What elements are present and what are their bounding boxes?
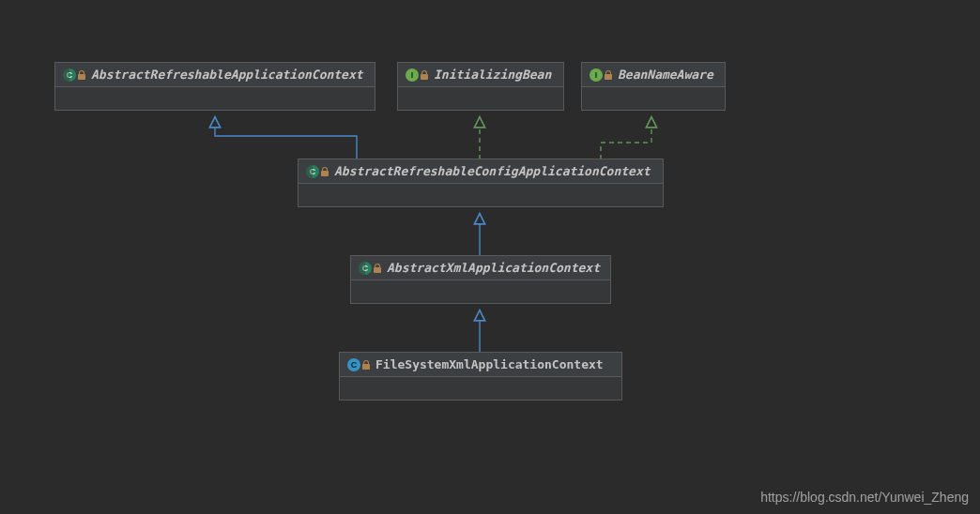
class-name: InitializingBean — [434, 68, 551, 82]
class-node-abstract-xml-application-context[interactable]: C AbstractXmlApplicationContext — [350, 255, 611, 304]
node-header: C FileSystemXmlApplicationContext — [340, 353, 621, 377]
node-body — [340, 377, 621, 400]
node-body — [398, 87, 563, 110]
node-body — [55, 87, 375, 110]
node-header: I InitializingBean — [398, 63, 563, 87]
class-name: AbstractRefreshableApplicationContext — [91, 68, 363, 82]
node-body — [582, 87, 725, 110]
abstract-class-icon: C — [306, 165, 319, 178]
class-name: FileSystemXmlApplicationContext — [375, 357, 604, 371]
class-node-file-system-xml-application-context[interactable]: C FileSystemXmlApplicationContext — [339, 352, 622, 401]
class-name: AbstractXmlApplicationContext — [387, 261, 600, 275]
edge-n4-n1 — [215, 118, 357, 159]
interface-node-initializing-bean[interactable]: I InitializingBean — [397, 62, 564, 111]
interface-node-bean-name-aware[interactable]: I BeanNameAware — [581, 62, 726, 111]
class-icon: C — [347, 358, 360, 371]
node-header: C AbstractRefreshableConfigApplicationCo… — [299, 159, 663, 184]
node-body — [351, 280, 610, 303]
class-name: AbstractRefreshableConfigApplicationCont… — [334, 164, 651, 178]
interface-icon: I — [406, 68, 419, 82]
lock-icon — [421, 70, 428, 80]
lock-icon — [78, 70, 85, 80]
lock-icon — [321, 167, 329, 176]
class-node-abstract-refreshable-config-application-context[interactable]: C AbstractRefreshableConfigApplicationCo… — [298, 159, 664, 207]
abstract-class-icon: C — [359, 262, 372, 275]
class-name: BeanNameAware — [618, 68, 713, 82]
interface-icon: I — [590, 68, 603, 82]
node-header: C AbstractXmlApplicationContext — [351, 256, 610, 280]
watermark-text: https://blog.csdn.net/Yunwei_Zheng — [760, 490, 969, 505]
edge-n4-n3 — [601, 118, 651, 159]
abstract-class-icon: C — [63, 68, 76, 82]
node-header: I BeanNameAware — [582, 63, 725, 87]
class-node-abstract-refreshable-application-context[interactable]: C AbstractRefreshableApplicationContext — [54, 62, 375, 111]
lock-icon — [374, 264, 381, 273]
lock-icon — [605, 70, 612, 80]
node-body — [299, 184, 663, 206]
lock-icon — [362, 360, 370, 370]
node-header: C AbstractRefreshableApplicationContext — [55, 63, 375, 87]
